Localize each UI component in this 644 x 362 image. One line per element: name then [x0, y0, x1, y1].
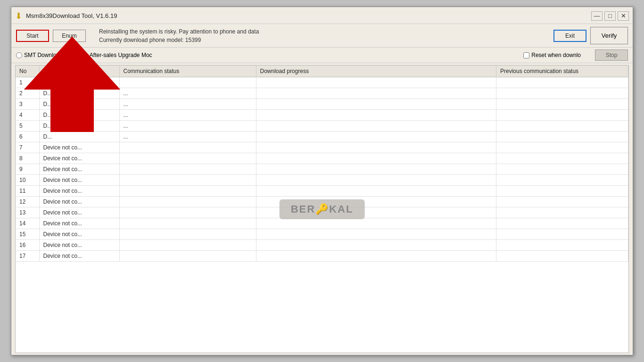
cell-progress — [256, 110, 496, 121]
cell-prev — [496, 251, 628, 262]
cell-prev — [496, 240, 628, 251]
col-header-no: No — [16, 66, 39, 77]
cell-progress — [256, 251, 496, 262]
reset-checkbox[interactable] — [523, 52, 529, 58]
smt-label: SMT Download Mo — [24, 52, 72, 58]
enum-button[interactable]: Enum — [53, 30, 86, 42]
table-row: 5 D... ... — [16, 121, 628, 132]
cell-device: D... — [39, 121, 119, 132]
table-row: 1 — [16, 77, 628, 88]
table-row: 15 Device not co... — [16, 229, 628, 240]
cell-device: Device not co... — [39, 186, 119, 197]
cell-device: Device not co... — [39, 240, 119, 251]
cell-progress — [256, 77, 496, 88]
info-line-1: Reinstalling the system is risky. Pay at… — [99, 27, 550, 36]
cell-prev — [496, 88, 628, 99]
window-title: Msm8x39Download Tool, V1.6.19 — [26, 12, 117, 19]
cell-device: Device not co... — [39, 251, 119, 262]
cell-comm — [119, 197, 256, 207]
cell-prev — [496, 229, 628, 240]
cell-comm — [119, 153, 256, 164]
cell-comm — [119, 164, 256, 175]
cell-comm: ... — [119, 121, 256, 132]
cell-no: 11 — [16, 186, 39, 197]
cell-progress — [256, 175, 496, 186]
cell-progress — [256, 229, 496, 240]
aftersales-label: After-sales Upgrade Moc — [90, 52, 152, 58]
close-button[interactable]: ✕ — [618, 11, 629, 21]
aftersales-radio-label[interactable]: After-sales Upgrade Moc — [82, 52, 152, 58]
start-button[interactable]: Start — [16, 30, 49, 42]
table-row: 8 Device not co... — [16, 153, 628, 164]
cell-device: D... — [39, 99, 119, 110]
cell-progress — [256, 142, 496, 153]
exit-button[interactable]: Exit — [553, 30, 586, 42]
cell-no: 10 — [16, 175, 39, 186]
cell-prev — [496, 186, 628, 197]
reset-checkbox-label[interactable]: Reset when downlo — [523, 52, 581, 58]
cell-comm — [119, 251, 256, 262]
cell-no: 12 — [16, 197, 39, 207]
cell-prev — [496, 132, 628, 142]
table-row: 14 Device not co... — [16, 218, 628, 229]
cell-comm — [119, 240, 256, 251]
cell-progress — [256, 99, 496, 110]
table-row: 13 Device not co... — [16, 207, 628, 218]
cell-comm — [119, 218, 256, 229]
restore-button[interactable]: □ — [604, 11, 616, 21]
cell-progress — [256, 132, 496, 142]
table-row: 4 D... ... — [16, 110, 628, 121]
cell-comm — [119, 175, 256, 186]
app-icon: ⬇ — [15, 11, 22, 21]
col-header-comm: Communication status — [119, 66, 256, 77]
table-header-row: No D... Communication status Download pr… — [16, 66, 628, 77]
cell-prev — [496, 197, 628, 207]
cell-prev — [496, 77, 628, 88]
table-row: 2 D... ... — [16, 88, 628, 99]
table-row: 7 Device not co... — [16, 142, 628, 153]
data-table: No D... Communication status Download pr… — [16, 66, 628, 262]
cell-comm: ... — [119, 88, 256, 99]
cell-progress — [256, 153, 496, 164]
cell-comm — [119, 77, 256, 88]
cell-device: Device not co... — [39, 207, 119, 218]
cell-no: 4 — [16, 110, 39, 121]
cell-comm: ... — [119, 132, 256, 142]
cell-no: 13 — [16, 207, 39, 218]
cell-prev — [496, 110, 628, 121]
cell-no: 8 — [16, 153, 39, 164]
cell-device: D... — [39, 132, 119, 142]
cell-device: D... — [39, 110, 119, 121]
cell-progress — [256, 121, 496, 132]
cell-progress — [256, 164, 496, 175]
cell-no: 5 — [16, 121, 39, 132]
cell-prev — [496, 175, 628, 186]
minimize-button[interactable]: — — [591, 11, 603, 21]
smt-radio-label[interactable]: SMT Download Mo — [16, 52, 72, 58]
cell-progress — [256, 88, 496, 99]
info-line-2: Currently download phone model: 15399 — [99, 36, 550, 44]
cell-progress — [256, 240, 496, 251]
cell-prev — [496, 207, 628, 218]
cell-device: D... — [39, 88, 119, 99]
cell-device — [39, 77, 119, 88]
cell-device: Device not co... — [39, 164, 119, 175]
reset-label: Reset when downlo — [531, 52, 581, 58]
title-bar: ⬇ Msm8x39Download Tool, V1.6.19 — □ ✕ — [11, 7, 633, 24]
table-row: 17 Device not co... — [16, 251, 628, 262]
toolbar: Start Enum Reinstalling the system is ri… — [11, 24, 633, 48]
cell-comm — [119, 142, 256, 153]
info-block: Reinstalling the system is risky. Pay at… — [90, 27, 550, 44]
aftersales-radio[interactable] — [82, 52, 88, 58]
stop-button[interactable]: Stop — [595, 49, 628, 61]
cell-no: 6 — [16, 132, 39, 142]
table-row: 10 Device not co... — [16, 175, 628, 186]
cell-device: Device not co... — [39, 153, 119, 164]
cell-progress — [256, 197, 496, 207]
col-header-device: D... — [39, 66, 119, 77]
cell-device: Device not co... — [39, 142, 119, 153]
verify-button[interactable]: Verify — [590, 27, 628, 44]
cell-comm — [119, 229, 256, 240]
smt-radio[interactable] — [16, 52, 22, 58]
cell-progress — [256, 207, 496, 218]
